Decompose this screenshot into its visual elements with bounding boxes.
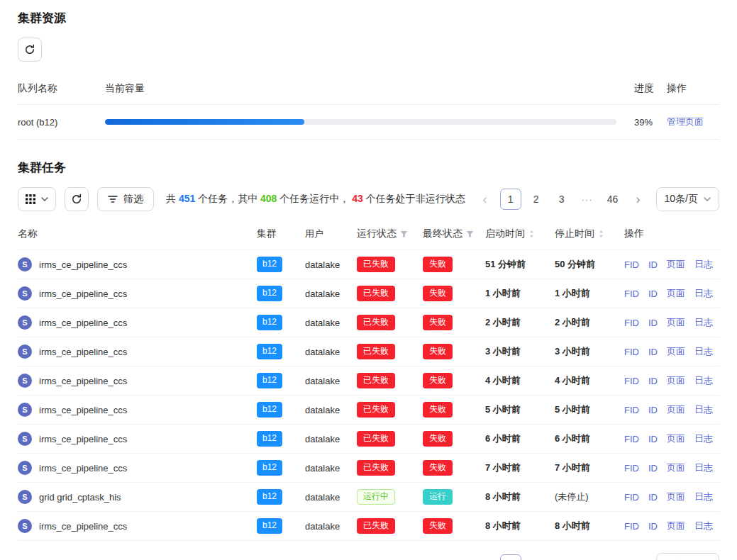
final-status-badge: 失败 xyxy=(423,315,453,330)
pagination-page-46[interactable]: 46 xyxy=(602,189,624,210)
pagination-page-1[interactable]: 1 xyxy=(500,189,521,210)
id-link[interactable]: ID xyxy=(648,347,658,357)
id-link[interactable]: ID xyxy=(648,289,658,299)
log-link[interactable]: 日志 xyxy=(694,432,713,445)
page-link[interactable]: 页面 xyxy=(667,491,685,503)
col-cluster: 集群 xyxy=(257,228,305,240)
pagination-page-3[interactable]: 3 xyxy=(551,554,572,560)
tasks-summary: 共 451 个任务，其中 408 个任务运行中， 43 个任务处于非运行状态 xyxy=(166,193,465,206)
run-status-badge: 运行中 xyxy=(357,489,395,504)
task-name: irms_ce_pipeline_ccs xyxy=(39,463,127,474)
page-link[interactable]: 页面 xyxy=(667,258,685,271)
pagination-ellipsis[interactable]: ··· xyxy=(577,189,598,210)
start-time: 6 小时前 xyxy=(485,433,521,444)
stop-time: (未停止) xyxy=(555,491,589,502)
id-link[interactable]: ID xyxy=(648,259,658,270)
id-link[interactable]: ID xyxy=(648,405,658,415)
fid-link[interactable]: FID xyxy=(624,463,639,474)
task-avatar: S xyxy=(18,374,32,388)
id-link[interactable]: ID xyxy=(648,463,658,474)
table-row: Sirms_ce_pipeline_ccs b12 datalake 已失败 失… xyxy=(18,279,719,308)
task-name: irms_ce_pipeline_ccs xyxy=(39,405,127,415)
page: 集群资源 队列名称 当前容量 进度 操作 root (b12) 39% 管理页面 xyxy=(0,0,737,560)
pagination-page-2[interactable]: 2 xyxy=(526,554,547,560)
sort-icon[interactable] xyxy=(598,229,604,239)
filter-funnel-icon[interactable] xyxy=(466,230,474,238)
stop-time: 2 小时前 xyxy=(555,317,590,327)
tasks-refresh-button[interactable] xyxy=(65,187,89,211)
stop-time: 50 分钟前 xyxy=(555,259,595,269)
filter-funnel-icon[interactable] xyxy=(400,230,408,238)
task-name: irms_ce_pipeline_ccs xyxy=(39,289,127,299)
fid-link[interactable]: FID xyxy=(624,318,639,328)
pagination-prev-icon[interactable]: ‹ xyxy=(475,554,496,560)
page-link[interactable]: 页面 xyxy=(667,461,685,474)
log-link[interactable]: 日志 xyxy=(694,258,713,271)
log-link[interactable]: 日志 xyxy=(694,520,713,532)
pagination-prev-icon[interactable]: ‹ xyxy=(475,189,496,210)
log-link[interactable]: 日志 xyxy=(694,374,713,387)
page-link[interactable]: 页面 xyxy=(667,345,685,358)
fid-link[interactable]: FID xyxy=(624,347,639,357)
id-link[interactable]: ID xyxy=(648,376,658,386)
fid-link[interactable]: FID xyxy=(624,492,639,503)
col-progress: 进度 xyxy=(634,82,667,95)
task-name: irms_ce_pipeline_ccs xyxy=(39,521,127,532)
summary-nonrunning-count: 43 xyxy=(352,193,363,204)
pagination-ellipsis[interactable]: ··· xyxy=(577,554,598,560)
task-avatar: S xyxy=(18,257,32,271)
task-avatar: S xyxy=(18,490,32,504)
log-link[interactable]: 日志 xyxy=(694,316,713,329)
toolbar-left: 筛选 xyxy=(18,187,154,211)
task-avatar: S xyxy=(18,315,32,330)
sort-icon[interactable] xyxy=(528,229,535,239)
pagination-next-icon[interactable]: › xyxy=(628,189,649,210)
pagination-page-46[interactable]: 46 xyxy=(602,554,624,560)
pagination-page-2[interactable]: 2 xyxy=(526,189,547,210)
log-link[interactable]: 日志 xyxy=(694,461,713,474)
page-link[interactable]: 页面 xyxy=(667,374,685,387)
page-link[interactable]: 页面 xyxy=(667,316,685,329)
pagination-next-icon[interactable]: › xyxy=(628,554,649,560)
id-link[interactable]: ID xyxy=(648,318,658,328)
page-link[interactable]: 页面 xyxy=(667,520,685,532)
page-link[interactable]: 页面 xyxy=(667,403,685,416)
view-mode-button[interactable] xyxy=(18,187,56,211)
log-link[interactable]: 日志 xyxy=(694,287,713,300)
run-status-badge: 已失败 xyxy=(357,402,395,417)
col-run-status: 运行状态 xyxy=(357,228,397,240)
col-queue-name: 队列名称 xyxy=(18,82,105,95)
table-row: Sirms_ce_pipeline_ccs b12 datalake 已失败 失… xyxy=(18,396,719,425)
page-link[interactable]: 页面 xyxy=(667,432,685,445)
final-status-badge: 失败 xyxy=(423,344,453,359)
fid-link[interactable]: FID xyxy=(624,259,639,270)
fid-link[interactable]: FID xyxy=(624,289,639,299)
stop-time: 4 小时前 xyxy=(555,375,590,386)
filter-button[interactable]: 筛选 xyxy=(97,187,154,211)
fid-link[interactable]: FID xyxy=(624,405,639,415)
fid-link[interactable]: FID xyxy=(624,376,639,386)
final-status-badge: 失败 xyxy=(423,431,453,446)
log-link[interactable]: 日志 xyxy=(694,345,713,358)
task-user: datalake xyxy=(305,405,357,415)
start-time: 7 小时前 xyxy=(485,462,521,473)
fid-link[interactable]: FID xyxy=(624,521,639,532)
filter-button-label: 筛选 xyxy=(123,193,143,206)
fid-link[interactable]: FID xyxy=(624,434,639,444)
page-size-select[interactable]: 10条/页 xyxy=(656,187,719,211)
manage-page-link[interactable]: 管理页面 xyxy=(667,116,704,127)
refresh-icon xyxy=(71,194,82,205)
log-link[interactable]: 日志 xyxy=(694,491,713,503)
start-time: 8 小时前 xyxy=(485,491,521,502)
cluster-badge: b12 xyxy=(257,344,282,359)
table-row: Sirms_ce_pipeline_ccs b12 datalake 已失败 失… xyxy=(18,512,719,541)
log-link[interactable]: 日志 xyxy=(694,403,713,416)
id-link[interactable]: ID xyxy=(648,521,658,532)
page-link[interactable]: 页面 xyxy=(667,287,685,300)
pagination-page-3[interactable]: 3 xyxy=(551,189,572,210)
page-size-select[interactable]: 10条/页 xyxy=(656,553,719,560)
id-link[interactable]: ID xyxy=(648,492,658,503)
id-link[interactable]: ID xyxy=(648,434,658,444)
pagination-page-1[interactable]: 1 xyxy=(500,554,521,560)
resources-refresh-button[interactable] xyxy=(18,38,42,62)
